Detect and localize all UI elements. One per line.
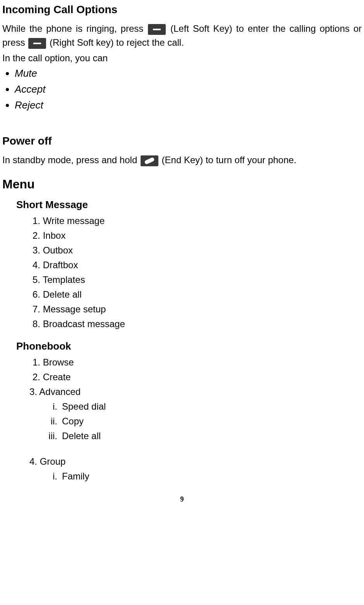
right-soft-key-icon <box>28 38 46 49</box>
list-item: iii. Delete all <box>45 429 362 443</box>
subheading-short-message: Short Message <box>16 197 362 212</box>
poweroff-paragraph: In standby mode, press and hold (End Key… <box>2 153 362 167</box>
incoming-paragraph: While the phone is ringing, press (Left … <box>2 22 362 50</box>
list-item: i. Family <box>45 469 362 483</box>
advanced-sublist: i. Speed dial ii. Copy iii. Delete all <box>45 400 362 443</box>
list-item-text: Family <box>62 469 89 483</box>
list-item: 2. Create <box>33 370 362 384</box>
list-item: 2. Inbox <box>33 229 362 243</box>
heading-power-off: Power off <box>2 133 362 149</box>
incoming-line-2: In the call option, you can <box>2 51 362 65</box>
roman-label: iii. <box>45 429 62 443</box>
list-item: 3. Outbox <box>33 243 362 257</box>
page-number: 9 <box>2 494 362 505</box>
list-item-text: Copy <box>62 414 84 428</box>
roman-label: ii. <box>45 414 62 428</box>
group-sublist: i. Family <box>45 469 362 483</box>
list-item: ii. Copy <box>45 414 362 428</box>
call-options-list: Mute Accept Reject <box>2 66 362 113</box>
left-soft-key-icon <box>148 24 166 35</box>
list-item: 3. Advanced i. Speed dial ii. Copy iii. … <box>29 385 362 443</box>
list-item: 1. Write message <box>33 214 362 228</box>
list-item: i. Speed dial <box>45 400 362 414</box>
list-item-label: 4. Group <box>29 456 65 467</box>
subheading-phonebook: Phonebook <box>16 339 362 354</box>
phonebook-list: 1. Browse 2. Create 3. Advanced i. Speed… <box>29 355 362 483</box>
heading-menu: Menu <box>2 175 362 193</box>
text-segment: (End Key) to turn off your phone. <box>162 155 297 165</box>
list-item-reject: Reject <box>15 98 362 113</box>
list-item: 7. Message setup <box>33 302 362 316</box>
short-message-list: 1. Write message 2. Inbox 3. Outbox 4. D… <box>33 214 362 331</box>
text-segment: (Right Soft key) to reject the call. <box>50 37 184 48</box>
roman-label: i. <box>45 469 62 483</box>
list-item-text: Speed dial <box>62 400 106 414</box>
text-segment: In standby mode, press and hold <box>2 155 140 165</box>
list-item-mute: Mute <box>15 66 362 81</box>
list-item-text: Delete all <box>62 429 101 443</box>
end-key-icon <box>141 155 158 166</box>
text-segment: While the phone is ringing, press <box>2 23 147 34</box>
list-item: 5. Templates <box>33 273 362 287</box>
list-item: 4. Group i. Family <box>29 455 362 483</box>
list-item: 8. Broadcast message <box>33 317 362 331</box>
list-item-accept: Accept <box>15 82 362 97</box>
list-item: 6. Delete all <box>33 288 362 302</box>
list-item: 1. Browse <box>33 355 362 369</box>
heading-incoming-call-options: Incoming Call Options <box>2 2 362 18</box>
roman-label: i. <box>45 400 62 414</box>
list-item-label: 3. Advanced <box>29 386 81 397</box>
list-item: 4. Draftbox <box>33 258 362 272</box>
